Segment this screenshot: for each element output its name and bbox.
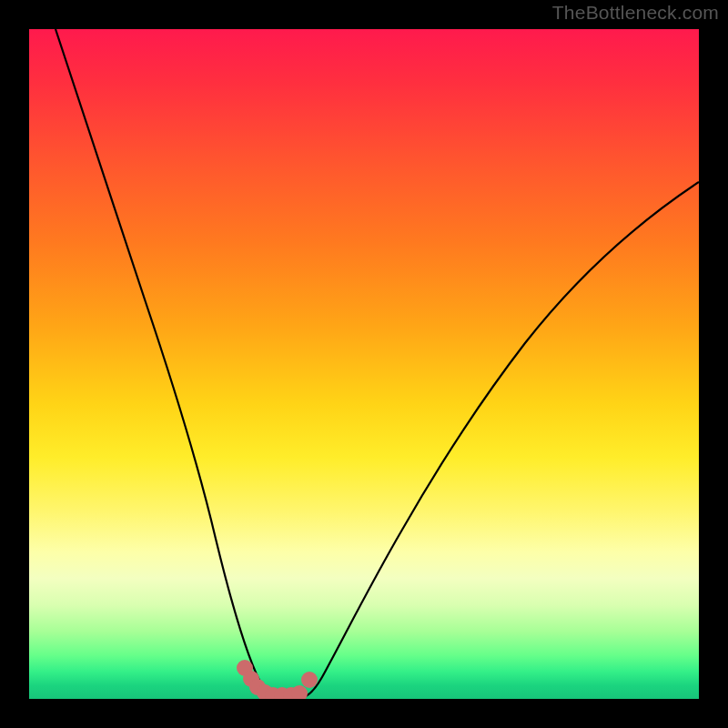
optimal-range-marker: [237, 660, 318, 699]
chart-svg: [29, 29, 699, 699]
svg-point-7: [291, 685, 308, 699]
chart-frame: TheBottleneck.com: [0, 0, 728, 728]
watermark-text: TheBottleneck.com: [552, 2, 719, 24]
bottleneck-curve: [56, 29, 699, 698]
plot-area: [29, 29, 699, 699]
svg-point-8: [301, 672, 318, 688]
